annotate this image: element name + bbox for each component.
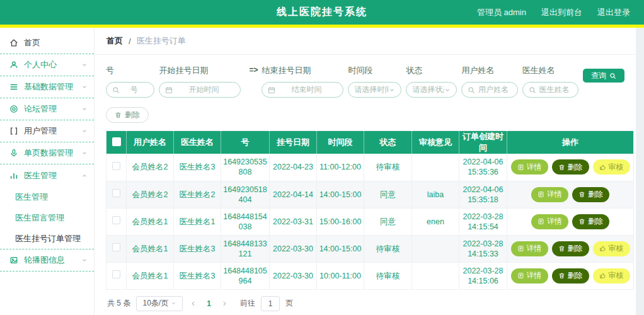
time-slot-select[interactable]: 请选择时间段 bbox=[348, 82, 401, 98]
start-date-label: 开始挂号日期 bbox=[159, 65, 241, 76]
user-name-input[interactable]: 用户姓名 bbox=[461, 82, 517, 98]
delete-button[interactable]: 删除 bbox=[572, 214, 609, 229]
cell-doctor: 医生姓名3 bbox=[174, 235, 221, 262]
next-page-button[interactable] bbox=[219, 301, 229, 307]
detail-button[interactable]: 详情 bbox=[531, 187, 568, 202]
cell-status: 待审核 bbox=[364, 154, 412, 181]
audit-button[interactable]: 审核 bbox=[593, 159, 630, 175]
row-checkbox[interactable] bbox=[112, 162, 120, 170]
sidebar-item-carousel-info[interactable]: 轮播图信息 bbox=[0, 249, 94, 272]
status-select[interactable]: 请选择状态 bbox=[406, 82, 457, 98]
delete-button[interactable]: 删除 bbox=[572, 187, 609, 202]
detail-button[interactable]: 详情 bbox=[511, 268, 548, 284]
detail-icon bbox=[517, 272, 524, 279]
row-checkbox[interactable] bbox=[112, 216, 120, 224]
sidebar-subitem-doctor-order-mgmt[interactable]: 医生挂号订单管理 bbox=[0, 228, 94, 249]
chevron-up-icon bbox=[81, 173, 88, 179]
row-checkbox[interactable] bbox=[112, 189, 120, 197]
cell-date: 2022-04-23 bbox=[270, 154, 317, 181]
main-panel: 首页 / 医生挂号订单 号 号 开始挂号日期 开始时间 bbox=[95, 28, 636, 315]
sidebar-item-doctor-mgmt[interactable]: 医生管理 bbox=[0, 164, 94, 186]
sidebar-item-user-mgmt[interactable]: 用户管理 bbox=[0, 120, 94, 142]
sidebar-item-single-page-data[interactable]: 单页数据管理 bbox=[0, 142, 94, 164]
cell-number: 1648448154038 bbox=[221, 208, 270, 235]
sidebar-subitem-label: 医生管理 bbox=[15, 192, 48, 203]
number-input[interactable]: 号 bbox=[106, 82, 154, 98]
delete-button[interactable]: 删除 bbox=[552, 268, 589, 284]
delete-button[interactable]: 删除 bbox=[552, 241, 589, 256]
user-name-placeholder: 用户姓名 bbox=[475, 84, 511, 95]
col-header-actions: 操作 bbox=[507, 131, 634, 154]
col-header-user: 用户姓名 bbox=[127, 131, 174, 154]
cell-review: laiba bbox=[412, 181, 459, 208]
scrollbar[interactable] bbox=[636, 28, 644, 315]
filter-status: 状态 请选择状态 bbox=[406, 65, 457, 98]
chevron-down-icon bbox=[389, 87, 395, 93]
detail-button[interactable]: 详情 bbox=[511, 241, 548, 256]
bulk-delete-button[interactable]: 删除 bbox=[106, 107, 149, 123]
logout-to-front-link[interactable]: 退出到前台 bbox=[541, 7, 582, 18]
home-icon bbox=[9, 38, 18, 47]
image-icon bbox=[9, 256, 18, 265]
row-checkbox[interactable] bbox=[112, 243, 120, 251]
cell-created: 2022-03-28 14:15:33 bbox=[459, 235, 507, 262]
table-row: 会员姓名1 医生姓名3 1648448133121 2022-03-30 14:… bbox=[106, 235, 634, 262]
row-checkbox[interactable] bbox=[112, 270, 120, 278]
end-date-input[interactable]: 结束时间 bbox=[262, 82, 343, 98]
doctor-name-placeholder: 医生姓名 bbox=[536, 84, 572, 95]
detail-button[interactable]: 详情 bbox=[511, 159, 548, 175]
goto-page-input[interactable]: 1 bbox=[261, 296, 280, 311]
sidebar-item-forum[interactable]: 论坛管理 bbox=[0, 98, 94, 120]
breadcrumb-home[interactable]: 首页 bbox=[106, 35, 123, 47]
status-placeholder: 请选择状态 bbox=[412, 84, 444, 95]
current-page[interactable]: 1 bbox=[204, 299, 214, 308]
cell-date: 2022-03-31 bbox=[270, 208, 317, 235]
user-icon bbox=[9, 60, 18, 69]
prev-page-button[interactable] bbox=[188, 301, 198, 307]
cell-doctor: 医生姓名1 bbox=[174, 208, 221, 235]
doctor-name-input[interactable]: 医生姓名 bbox=[522, 82, 578, 98]
filter-time-slot: 时间段 请选择时间段 bbox=[348, 65, 401, 98]
cell-doctor: 医生姓名3 bbox=[174, 262, 221, 289]
col-header-slot: 时间段 bbox=[317, 131, 364, 154]
sidebar-item-label: 个人中心 bbox=[24, 59, 57, 71]
delete-button-label: 删除 bbox=[568, 243, 583, 254]
cell-status: 同意 bbox=[364, 208, 412, 235]
table-row: 会员姓名1 医生姓名1 1648448154038 2022-03-31 15:… bbox=[106, 208, 634, 235]
sidebar-item-label: 基础数据管理 bbox=[24, 81, 73, 93]
sidebar-subitem-doctor-mgmt[interactable]: 医生管理 bbox=[0, 186, 94, 207]
cell-status: 待审核 bbox=[364, 262, 412, 289]
audit-button[interactable]: 审核 bbox=[593, 241, 630, 256]
audit-button[interactable]: 审核 bbox=[593, 268, 630, 284]
sidebar-item-base-data[interactable]: 基础数据管理 bbox=[0, 76, 94, 98]
search-icon bbox=[468, 86, 475, 94]
detail-icon bbox=[517, 164, 524, 171]
select-all-checkbox[interactable] bbox=[112, 137, 121, 146]
sidebar-item-home[interactable]: 首页 bbox=[0, 32, 94, 54]
filter-end-date: 结束挂号日期 结束时间 bbox=[262, 65, 343, 98]
chevron-down-icon bbox=[81, 128, 88, 134]
search-button[interactable]: 查询 bbox=[583, 69, 624, 83]
number-placeholder: 号 bbox=[120, 84, 148, 95]
chevron-down-icon bbox=[81, 106, 88, 112]
start-date-input[interactable]: 开始时间 bbox=[159, 82, 241, 98]
delete-button-label: 删除 bbox=[588, 189, 603, 200]
trash-icon bbox=[558, 164, 565, 171]
cell-slot: 10:00-11:00 bbox=[317, 262, 364, 289]
delete-button[interactable]: 删除 bbox=[552, 159, 589, 175]
detail-button[interactable]: 详情 bbox=[531, 214, 568, 229]
detail-button-label: 详情 bbox=[527, 162, 542, 173]
breadcrumb: 首页 / 医生挂号订单 bbox=[95, 28, 636, 55]
trash-icon bbox=[558, 272, 565, 279]
logout-link[interactable]: 退出登录 bbox=[597, 7, 630, 18]
breadcrumb-separator: / bbox=[129, 37, 131, 46]
sidebar-item-personal-center[interactable]: 个人中心 bbox=[0, 54, 94, 76]
sidebar-subitem-doctor-message-mgmt[interactable]: 医生留言管理 bbox=[0, 207, 94, 228]
col-header-number: 号 bbox=[221, 131, 270, 154]
start-date-placeholder: 开始时间 bbox=[173, 84, 234, 95]
cell-slot: 14:00-15:00 bbox=[317, 181, 364, 208]
cell-number: 1648448133121 bbox=[221, 235, 270, 262]
sidebar-item-label: 医生管理 bbox=[24, 170, 57, 181]
search-button-label: 查询 bbox=[591, 71, 606, 81]
page-size-select[interactable]: 10条/页 bbox=[136, 296, 183, 311]
